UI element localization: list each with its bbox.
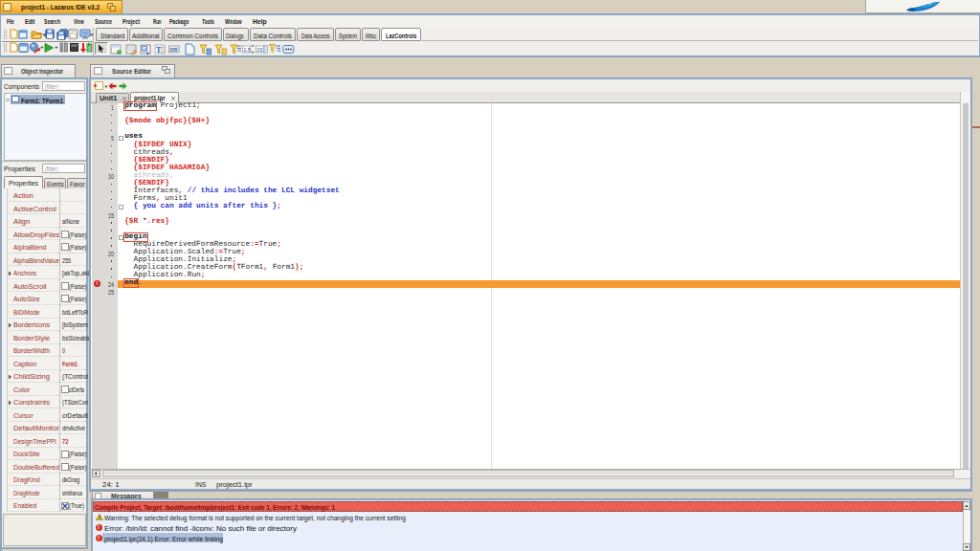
svg-text:Properties: Properties [4,165,35,174]
svg-text:5: 5 [111,135,114,142]
svg-text:24: 1: 24: 1 [102,481,120,488]
svg-text:AlphaBlendValue: AlphaBlendValue [13,256,59,265]
svg-text:AlphaBlend: AlphaBlend [13,243,46,252]
svg-text:DragMode: DragMode [13,489,40,497]
svg-text:Search: Search [44,17,60,26]
svg-text:Caption: Caption [13,360,36,368]
svg-text:Source: Source [95,17,112,26]
svg-text:Form1: TForm1: Form1: TForm1 [21,97,63,105]
svg-text:(False): (False) [69,295,87,303]
svg-text:(filter): (filter) [45,166,58,174]
svg-text:20: 20 [108,250,114,256]
svg-text:BorderWidth: BorderWidth [13,347,50,356]
svg-text:project1.lpr: project1.lpr [216,481,253,489]
svg-text:[akTop,akL: [akTop,akL [62,269,91,277]
svg-text:project1.lpr(24,1) Error: Erro: project1.lpr(24,1) Error: Error while li… [104,536,223,543]
svg-text:alNone: alNone [62,217,79,226]
svg-text:(TControl: (TControl [62,373,88,382]
svg-text:Enabled: Enabled [13,502,36,511]
svg-text:DragKind: DragKind [13,476,40,485]
svg-text:Components: Components [4,83,39,92]
svg-text:(TSizeCon: (TSizeCon [62,399,88,408]
svg-text:1.5: 1.5 [243,46,251,52]
svg-text:0: 0 [62,347,65,356]
svg-text:File: File [7,17,14,26]
svg-text:AutoSize: AutoSize [13,295,40,303]
svg-text:Standard: Standard [100,32,124,40]
svg-text:(False): (False) [69,463,87,472]
svg-text:Window: Window [225,17,242,26]
svg-text:project1 - Lazarus IDE v3.2: project1 - Lazarus IDE v3.2 [21,4,100,12]
svg-text:15: 15 [108,211,114,218]
svg-text:10: 10 [108,173,114,180]
svg-text:Constraints: Constraints [13,399,50,408]
svg-text:Unit1: Unit1 [100,95,117,103]
svg-text:AllowDropFiles: AllowDropFiles [13,231,59,239]
svg-text:ActiveControl: ActiveControl [13,205,56,213]
svg-text:Additional: Additional [132,32,160,40]
svg-text:System: System [339,32,357,40]
svg-text:(False): (False) [69,451,87,459]
svg-text:1: 1 [111,104,114,111]
svg-text:Color: Color [13,386,31,394]
svg-text:Dialogs: Dialogs [226,32,244,40]
svg-text:bsSizeable: bsSizeable [62,334,91,342]
svg-text:255: 255 [62,256,71,265]
svg-text:Misc: Misc [366,32,376,40]
svg-text:Package: Package [169,17,189,26]
svg-text:Warning: The selected debug fo: Warning: The selected debug format is no… [104,515,406,522]
svg-text:(False): (False) [69,282,87,291]
svg-text:dkDrag: dkDrag [62,476,79,485]
svg-text:Action: Action [13,191,33,200]
svg-text:Anchors: Anchors [13,269,37,277]
svg-text:View: View [74,17,84,26]
svg-text:Form1: Form1 [62,360,78,368]
svg-text:Compile Project, Target: /boot: Compile Project, Target: /boot/home/tmp/… [95,504,335,512]
svg-text:DefaultMonitor: DefaultMonitor [13,425,60,433]
svg-text:(False): (False) [69,231,87,239]
svg-text:DB: DB [170,46,178,52]
svg-text:Edit: Edit [25,17,35,26]
svg-text:(filter): (filter) [45,84,58,92]
svg-text:DockSite: DockSite [13,451,40,459]
svg-text:bdLeftToR: bdLeftToR [62,308,88,317]
svg-text:LazControls: LazControls [386,32,417,40]
svg-text:Events: Events [47,180,64,188]
svg-text:INS: INS [195,481,207,488]
svg-text:clDefa: clDefa [69,386,84,394]
svg-text:crDefault: crDefault [62,411,88,420]
svg-text:72: 72 [62,437,68,446]
svg-text:Favor: Favor [70,180,85,188]
svg-text:Data Access: Data Access [301,32,330,40]
svg-text:25: 25 [108,289,114,296]
svg-text:Tools: Tools [202,17,214,26]
svg-text:15: 15 [256,46,262,52]
svg-text:Source Editor: Source Editor [112,67,151,76]
svg-text:Data Controls: Data Controls [254,32,292,40]
svg-text:Object Inspector: Object Inspector [21,67,63,76]
svg-text:ChildSizing: ChildSizing [13,373,50,382]
svg-text:Help: Help [253,17,267,26]
svg-text:Run: Run [153,17,162,26]
svg-text:dmActive: dmActive [62,425,85,433]
svg-text:24: 24 [108,281,114,288]
svg-text:DoubleBuffered: DoubleBuffered [13,463,59,472]
svg-text:BorderStyle: BorderStyle [13,334,50,342]
svg-text:BiDiMode: BiDiMode [13,308,40,317]
svg-text:(True): (True) [69,502,84,511]
svg-text:(False): (False) [69,243,87,252]
svg-text:Properties: Properties [9,179,38,187]
svg-text:Common Controls: Common Controls [167,32,218,40]
svg-text:Align: Align [13,217,30,226]
svg-text:AutoScroll: AutoScroll [13,282,47,291]
svg-text:Project: Project [122,17,140,26]
svg-text:BorderIcons: BorderIcons [13,321,50,330]
svg-text:T: T [156,45,162,54]
svg-text:Error: /bin/ld: cannot find -l: Error: /bin/ld: cannot find -liconv: No … [104,525,298,533]
svg-text:Cursor: Cursor [13,411,33,420]
svg-text:DesignTimePPI: DesignTimePPI [13,437,56,446]
svg-text:dmManua: dmManua [62,489,82,497]
svg-text:[biSystem: [biSystem [62,321,88,330]
